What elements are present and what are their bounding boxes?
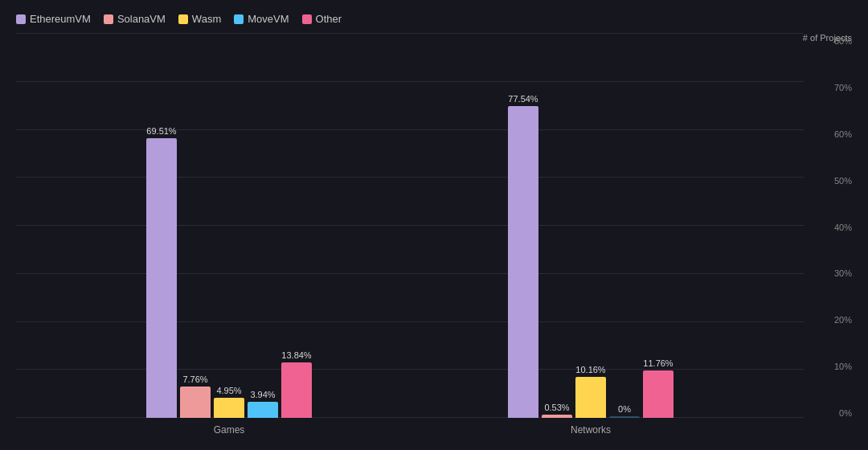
y-axis-right: # of Projects 80%70%60%50%40%30%20%10%0%: [804, 33, 852, 442]
bar-wrap-ethereumvm: 69.51%: [146, 126, 177, 418]
bar-wrap-other: 11.76%: [643, 358, 674, 418]
y-axis-label: 70%: [834, 83, 852, 92]
legend-label-wasm: Wasm: [192, 13, 221, 25]
bar-value-label: 13.84%: [281, 350, 311, 360]
bar-wrap-wasm: 4.95%: [214, 386, 244, 418]
group-label-networks: Networks: [571, 424, 611, 436]
legend-label-movevm: MoveVM: [248, 13, 289, 25]
legend-item-ethereumvm: EthereumVM: [16, 13, 91, 25]
y-axis-label: 30%: [834, 268, 852, 278]
chart-area: 69.51%7.76%4.95%3.94%13.84%Games77.54%0.…: [16, 33, 852, 442]
bar-movevm: [609, 416, 640, 418]
bar-wrap-wasm: 10.16%: [575, 365, 606, 418]
legend-dot-solanavm: [104, 14, 113, 24]
bar-value-label: 4.95%: [216, 386, 241, 395]
bar-wrap-other: 13.84%: [281, 350, 312, 418]
bar-wrap-solanavm: 7.76%: [180, 374, 211, 418]
bar-value-label: 77.54%: [508, 94, 538, 104]
legend-item-movevm: MoveVM: [234, 13, 289, 25]
bar-group-games: 69.51%7.76%4.95%3.94%13.84%Games: [146, 126, 312, 418]
bar-wasm: [214, 398, 244, 418]
bar-solanavm: [180, 387, 211, 418]
bar-other: [643, 370, 674, 418]
legend-item-wasm: Wasm: [178, 13, 221, 25]
legend-dot-other: [302, 14, 312, 24]
legend-label-other: Other: [316, 13, 342, 25]
legend-label-solanavm: SolanaVM: [117, 13, 166, 25]
y-axis-label: 20%: [834, 315, 852, 325]
legend-item-solanavm: SolanaVM: [104, 13, 166, 25]
bar-value-label: 7.76%: [182, 374, 207, 384]
legend: EthereumVM SolanaVM Wasm MoveVM Other: [16, 13, 852, 25]
bar-value-label: 0%: [618, 404, 631, 414]
legend-dot-movevm: [234, 14, 244, 24]
y-axis-label: 40%: [834, 223, 852, 232]
bar-other: [281, 362, 312, 418]
chart-inner: 69.51%7.76%4.95%3.94%13.84%Games77.54%0.…: [16, 33, 804, 442]
grid-and-bars: 69.51%7.76%4.95%3.94%13.84%Games77.54%0.…: [16, 33, 804, 442]
bar-ethereumvm: [146, 138, 177, 418]
bar-wrap-ethereumvm: 77.54%: [508, 94, 538, 418]
bar-ethereumvm: [508, 106, 538, 418]
legend-label-ethereumvm: EthereumVM: [30, 13, 91, 25]
legend-item-other: Other: [302, 13, 342, 25]
y-axis-title: # of Projects: [803, 33, 852, 43]
bar-value-label: 11.76%: [643, 358, 673, 368]
bar-value-label: 3.94%: [250, 390, 275, 399]
y-axis-label: 60%: [834, 129, 852, 139]
bar-value-label: 10.16%: [575, 365, 605, 374]
bar-wrap-movevm: 0%: [609, 404, 640, 418]
bar-value-label: 0.53%: [544, 403, 569, 412]
y-axis-label: 50%: [834, 176, 852, 186]
bar-solanavm: [542, 415, 572, 418]
bar-movevm: [248, 402, 278, 418]
bar-wrap-movevm: 3.94%: [248, 390, 278, 418]
bar-group-networks: 77.54%0.53%10.16%0%11.76%Networks: [508, 94, 674, 418]
bar-wasm: [575, 377, 606, 418]
y-axis-label: 10%: [834, 362, 852, 371]
legend-dot-wasm: [178, 14, 188, 24]
bar-wrap-solanavm: 0.53%: [542, 403, 572, 418]
y-axis-label: 0%: [839, 408, 852, 418]
group-label-games: Games: [214, 424, 245, 436]
legend-dot-ethereumvm: [16, 14, 26, 24]
bars-container: 69.51%7.76%4.95%3.94%13.84%Games77.54%0.…: [16, 33, 804, 418]
bar-value-label: 69.51%: [146, 126, 176, 136]
